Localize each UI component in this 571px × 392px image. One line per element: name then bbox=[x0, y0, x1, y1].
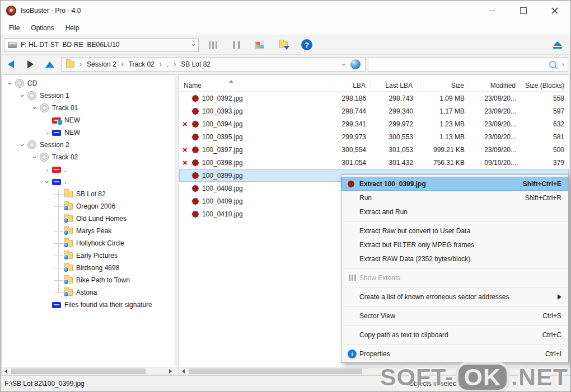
search-input[interactable] bbox=[368, 59, 549, 70]
context-menu-item-extract[interactable]: Extract 100_0399.jpg Shift+Ctrl+E bbox=[341, 177, 568, 191]
scrollbar-thumb[interactable] bbox=[11, 369, 146, 374]
file-row[interactable]: 100_0395.jpg 299,973300,5531.13 MB23/09/… bbox=[179, 130, 569, 143]
context-menu-item-extract-filter-mpeg[interactable]: Extract but FILTER only MPEG frames bbox=[341, 238, 568, 252]
view-mosaic-button[interactable] bbox=[250, 37, 269, 53]
breadcrumb[interactable]: Session 2 Track 02 . SB Lot 82 bbox=[61, 57, 366, 72]
iso-filesystem-icon bbox=[52, 167, 61, 173]
menu-options[interactable]: Options bbox=[26, 22, 59, 34]
drive-selector[interactable]: F: HL-DT-ST BD-RE BE06LU10 bbox=[4, 38, 199, 52]
chevron-collapsed-icon[interactable] bbox=[42, 127, 52, 138]
cell-modified: 23/09/20... bbox=[469, 133, 521, 141]
tree-pane: CD Session 1 Track 01 NEW NEW Session 2 … bbox=[1, 74, 175, 375]
tree-item-label: Oregon 2006 bbox=[76, 202, 115, 210]
scroll-left-arrow[interactable] bbox=[2, 367, 10, 375]
view-list-button[interactable] bbox=[203, 37, 222, 53]
scroll-right-arrow[interactable] bbox=[166, 367, 175, 375]
chevron-expanded-icon[interactable] bbox=[5, 78, 15, 88]
context-menu-item-copy-path[interactable]: Copy path as text to clipboard Ctrl+C bbox=[341, 328, 568, 342]
tree-item-session2[interactable]: Session 2 bbox=[2, 139, 175, 151]
close-button[interactable] bbox=[539, 1, 570, 21]
cell-lba: 300,554 bbox=[330, 146, 371, 154]
tree-item-astoria[interactable]: Astoria bbox=[2, 286, 175, 299]
tree-item-files-found-via-signature[interactable]: Files found via their signature bbox=[2, 299, 175, 311]
tree-item-bike-path-to-town[interactable]: Bike Path to Town bbox=[2, 274, 175, 286]
extract-button[interactable] bbox=[274, 37, 293, 53]
up-button[interactable] bbox=[45, 60, 54, 69]
tree-item-track02[interactable]: Track 02 bbox=[2, 151, 175, 163]
cell-blocks: 558 bbox=[521, 95, 569, 102]
chevron-expanded-icon[interactable] bbox=[30, 103, 40, 113]
chevron-expanded-icon[interactable] bbox=[30, 152, 40, 162]
context-menu-item-extract-and-run[interactable]: Extract and Run bbox=[341, 205, 568, 219]
search-icon[interactable] bbox=[549, 61, 556, 68]
view-columns-button[interactable] bbox=[227, 37, 246, 53]
column-header-lba[interactable]: LBA bbox=[330, 82, 371, 89]
cell-size: 756.31 KB bbox=[418, 159, 469, 167]
watermark-text: .NET bbox=[511, 363, 568, 391]
cell-lba: 298,186 bbox=[330, 95, 371, 102]
tree-item-label: Early Pictures bbox=[76, 252, 118, 259]
eject-button[interactable] bbox=[551, 39, 564, 51]
breadcrumb-session[interactable]: Session 2 bbox=[87, 60, 116, 68]
scroll-left-arrow[interactable] bbox=[179, 367, 188, 375]
extents-icon bbox=[349, 275, 356, 281]
tree-item-sb-lot-82[interactable]: SB Lot 82 bbox=[2, 188, 175, 200]
cell-size: 1.09 MB bbox=[418, 95, 469, 102]
tree-item-track01[interactable]: Track 01 bbox=[2, 102, 175, 114]
menu-separator bbox=[343, 306, 567, 306]
menu-item-label: Extract 100_0399.jpg bbox=[359, 180, 426, 188]
breadcrumb-folder[interactable]: SB Lot 82 bbox=[181, 60, 210, 68]
chevron-collapsed-icon[interactable] bbox=[42, 164, 52, 174]
help-button[interactable] bbox=[297, 37, 316, 53]
column-header-last-lba[interactable]: Last LBA bbox=[371, 82, 418, 89]
tree-item-cd[interactable]: CD bbox=[2, 77, 175, 89]
tree-item-early-pictures[interactable]: Early Pictures bbox=[2, 249, 175, 262]
column-header-size[interactable]: Size bbox=[418, 82, 469, 89]
tree-item-udf-dot[interactable]: . bbox=[2, 176, 175, 188]
column-header-modified[interactable]: Modified bbox=[469, 82, 521, 89]
chevron-expanded-icon[interactable] bbox=[17, 140, 27, 150]
tree-horizontal-scrollbar[interactable] bbox=[2, 367, 175, 375]
tree-item-new-udf[interactable]: NEW bbox=[2, 126, 175, 139]
jpg-file-icon bbox=[192, 108, 199, 115]
chevron-down-icon[interactable] bbox=[189, 44, 198, 46]
column-header-size-blocks[interactable]: Size (Blocks) bbox=[521, 82, 569, 89]
chevron-down-icon[interactable] bbox=[339, 63, 348, 65]
tree-item-oregon-2006[interactable]: Oregon 2006 bbox=[2, 200, 175, 212]
context-menu-item-extract-raw-convert[interactable]: Extract Raw but convert to User Data bbox=[341, 224, 568, 238]
chevron-right-icon[interactable] bbox=[562, 60, 564, 68]
back-button[interactable] bbox=[6, 60, 15, 69]
file-row[interactable]: ×100_0397.jpg 300,554301,053999.21 KB23/… bbox=[179, 143, 569, 156]
back-icon bbox=[8, 60, 14, 68]
context-menu-item-extract-raw-data[interactable]: Extract RAW Data (2352 bytes/block) bbox=[341, 252, 568, 266]
forward-button[interactable] bbox=[26, 60, 35, 69]
tree-item-birdsong-4698[interactable]: Birdsong 4698 bbox=[2, 262, 175, 274]
context-menu-item-sector-view[interactable]: Sector View Ctrl+S bbox=[341, 309, 568, 323]
maximize-button[interactable] bbox=[508, 1, 539, 21]
file-row[interactable]: 100_0393.jpg 298,744299,3401.17 MB23/09/… bbox=[179, 105, 569, 117]
chevron-expanded-icon[interactable] bbox=[42, 177, 52, 187]
context-menu-item-create-error-list[interactable]: Create a list of known erroneous sector … bbox=[341, 290, 568, 304]
chevron-expanded-icon[interactable] bbox=[17, 91, 27, 101]
context-menu-item-properties[interactable]: Properties Ctrl+I bbox=[341, 347, 568, 361]
breadcrumb-track[interactable]: Track 02 bbox=[129, 60, 155, 68]
breadcrumb-dot[interactable]: . bbox=[167, 60, 169, 68]
menu-help[interactable]: Help bbox=[60, 22, 85, 34]
tree-item-session1[interactable]: Session 1 bbox=[2, 89, 175, 102]
menu-file[interactable]: File bbox=[4, 22, 25, 34]
tree-item-marys-peak[interactable]: Marys Peak bbox=[2, 225, 175, 237]
tree-item-old-lund-homes[interactable]: Old Lund Homes bbox=[2, 212, 175, 225]
context-menu-item-run[interactable]: Run Shift+Ctrl+R bbox=[341, 191, 568, 205]
globe-icon[interactable] bbox=[350, 59, 361, 69]
file-row[interactable]: ×100_0398.jpg 301,054301,432756.31 KB09/… bbox=[179, 156, 569, 169]
linked-folder-icon bbox=[64, 277, 73, 284]
spacer bbox=[42, 115, 52, 125]
column-header-name[interactable]: Name bbox=[179, 82, 330, 89]
scrollbar-thumb[interactable] bbox=[189, 369, 362, 374]
tree-item-hollyhock-circle[interactable]: Hollyhock Circle bbox=[2, 237, 175, 249]
minimize-button[interactable] bbox=[476, 1, 508, 21]
file-row[interactable]: ×100_0394.jpg 299,341299,9721.23 MB23/09… bbox=[179, 117, 569, 130]
file-row[interactable]: 100_0392.jpg 298,186298,7431.09 MB23/09/… bbox=[179, 92, 569, 105]
tree-item-new-iso[interactable]: NEW bbox=[2, 114, 175, 126]
tree-item-iso-dot[interactable]: . bbox=[2, 163, 175, 176]
